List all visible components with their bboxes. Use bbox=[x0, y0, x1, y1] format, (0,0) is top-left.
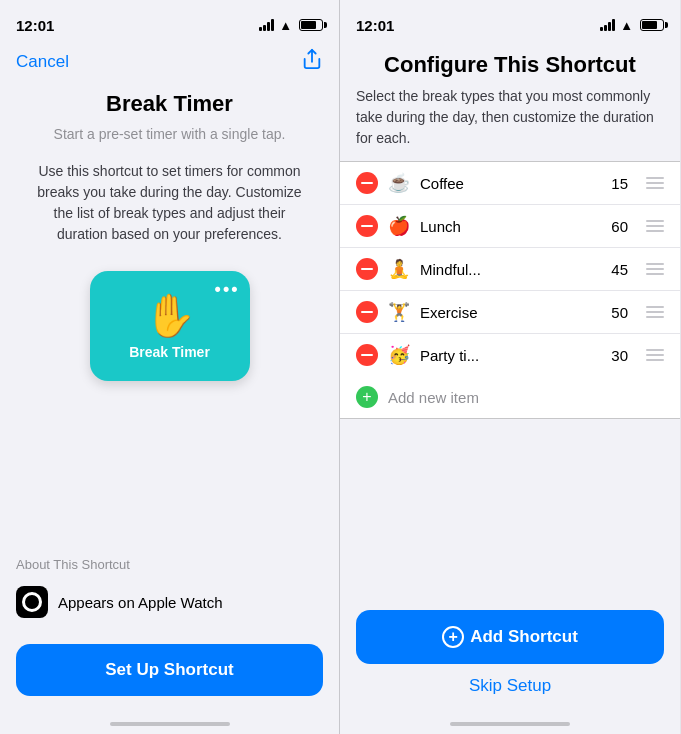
left-time: 12:01 bbox=[16, 17, 54, 34]
drag-line-2 bbox=[646, 354, 664, 356]
more-button[interactable]: ••• bbox=[215, 279, 240, 300]
left-phone: 12:01 ▲ Cancel bbox=[0, 0, 340, 734]
remove-button[interactable] bbox=[356, 344, 378, 366]
right-phone: 12:01 ▲ Configure This Shortcut Select t… bbox=[340, 0, 680, 734]
right-status-icons: ▲ bbox=[600, 18, 664, 33]
drag-line-3 bbox=[646, 316, 664, 318]
remove-button[interactable] bbox=[356, 172, 378, 194]
hand-icon: ✋ bbox=[144, 291, 196, 340]
skip-setup-button[interactable]: Skip Setup bbox=[356, 664, 664, 708]
configure-desc: Select the break types that you most com… bbox=[340, 86, 680, 161]
drag-handle[interactable] bbox=[646, 349, 664, 361]
item-duration: 30 bbox=[611, 347, 628, 364]
about-section: About This Shortcut Appears on Apple Wat… bbox=[0, 541, 339, 632]
add-shortcut-plus-icon: + bbox=[442, 626, 464, 648]
drag-line-3 bbox=[646, 273, 664, 275]
drag-line-1 bbox=[646, 349, 664, 351]
drag-handle[interactable] bbox=[646, 177, 664, 189]
add-shortcut-label: Add Shortcut bbox=[470, 627, 578, 647]
drag-line-3 bbox=[646, 187, 664, 189]
apple-watch-icon bbox=[16, 586, 48, 618]
list-item: 🏋️ Exercise 50 bbox=[340, 291, 680, 334]
setup-button-container: Set Up Shortcut bbox=[0, 632, 339, 716]
list-item: 🧘 Mindful... 45 bbox=[340, 248, 680, 291]
item-name: Party ti... bbox=[420, 347, 601, 364]
item-emoji: 🧘 bbox=[388, 258, 410, 280]
list-item: 🥳 Party ti... 30 bbox=[340, 334, 680, 376]
left-status-icons: ▲ bbox=[259, 18, 323, 33]
drag-line-1 bbox=[646, 263, 664, 265]
remove-icon bbox=[361, 225, 373, 227]
right-home-indicator bbox=[340, 716, 680, 734]
wifi-icon: ▲ bbox=[279, 18, 292, 33]
add-item-label: Add new item bbox=[388, 389, 479, 406]
configure-title: Configure This Shortcut bbox=[340, 44, 680, 86]
drag-line-2 bbox=[646, 225, 664, 227]
shortcut-desc: Use this shortcut to set timers for comm… bbox=[0, 157, 339, 261]
item-name: Coffee bbox=[420, 175, 601, 192]
item-duration: 60 bbox=[611, 218, 628, 235]
drag-handle[interactable] bbox=[646, 306, 664, 318]
add-item-row[interactable]: + Add new item bbox=[340, 376, 680, 418]
item-emoji: 🥳 bbox=[388, 344, 410, 366]
right-home-bar bbox=[450, 722, 570, 726]
item-emoji: 🏋️ bbox=[388, 301, 410, 323]
icon-label: Break Timer bbox=[129, 344, 210, 360]
item-emoji: 🍎 bbox=[388, 215, 410, 237]
item-emoji: ☕ bbox=[388, 172, 410, 194]
drag-line-1 bbox=[646, 306, 664, 308]
about-item: Appears on Apple Watch bbox=[16, 580, 323, 624]
drag-line-2 bbox=[646, 268, 664, 270]
break-list: ☕ Coffee 15 🍎 Lunch 60 🧘 bbox=[340, 161, 680, 419]
list-item: ☕ Coffee 15 bbox=[340, 162, 680, 205]
battery-icon bbox=[299, 19, 323, 31]
drag-handle[interactable] bbox=[646, 263, 664, 275]
right-time: 12:01 bbox=[356, 17, 394, 34]
remove-button[interactable] bbox=[356, 301, 378, 323]
right-battery-icon bbox=[640, 19, 664, 31]
right-status-bar: 12:01 ▲ bbox=[340, 0, 680, 44]
cancel-button[interactable]: Cancel bbox=[16, 52, 69, 72]
about-item-text: Appears on Apple Watch bbox=[58, 594, 223, 611]
signal-icon bbox=[259, 19, 274, 31]
remove-icon bbox=[361, 311, 373, 313]
share-button[interactable] bbox=[301, 48, 323, 75]
right-signal-icon bbox=[600, 19, 615, 31]
remove-button[interactable] bbox=[356, 258, 378, 280]
setup-shortcut-button[interactable]: Set Up Shortcut bbox=[16, 644, 323, 696]
left-status-bar: 12:01 ▲ bbox=[0, 0, 339, 44]
remove-button[interactable] bbox=[356, 215, 378, 237]
drag-line-3 bbox=[646, 230, 664, 232]
add-shortcut-button[interactable]: + Add Shortcut bbox=[356, 610, 664, 664]
remove-icon bbox=[361, 268, 373, 270]
drag-line-2 bbox=[646, 182, 664, 184]
item-name: Mindful... bbox=[420, 261, 601, 278]
right-wifi-icon: ▲ bbox=[620, 18, 633, 33]
add-shortcut-container: + Add Shortcut Skip Setup bbox=[340, 594, 680, 716]
item-name: Lunch bbox=[420, 218, 601, 235]
drag-handle[interactable] bbox=[646, 220, 664, 232]
home-indicator bbox=[0, 716, 339, 734]
left-nav-bar: Cancel bbox=[0, 44, 339, 83]
drag-line-1 bbox=[646, 177, 664, 179]
list-item: 🍎 Lunch 60 bbox=[340, 205, 680, 248]
drag-line-2 bbox=[646, 311, 664, 313]
drag-line-3 bbox=[646, 359, 664, 361]
about-title: About This Shortcut bbox=[16, 557, 323, 572]
add-icon: + bbox=[362, 389, 371, 405]
shortcut-icon-container: ••• ✋ Break Timer bbox=[0, 261, 339, 389]
add-item-button[interactable]: + bbox=[356, 386, 378, 408]
item-name: Exercise bbox=[420, 304, 601, 321]
home-bar bbox=[110, 722, 230, 726]
item-duration: 50 bbox=[611, 304, 628, 321]
item-duration: 45 bbox=[611, 261, 628, 278]
shortcut-title: Break Timer bbox=[0, 83, 339, 121]
item-duration: 15 bbox=[611, 175, 628, 192]
phones-container: 12:01 ▲ Cancel bbox=[0, 0, 681, 734]
remove-icon bbox=[361, 354, 373, 356]
shortcut-subtitle: Start a pre-set timer with a single tap. bbox=[0, 121, 339, 157]
shortcut-icon-card: ••• ✋ Break Timer bbox=[90, 271, 250, 381]
remove-icon bbox=[361, 182, 373, 184]
drag-line-1 bbox=[646, 220, 664, 222]
